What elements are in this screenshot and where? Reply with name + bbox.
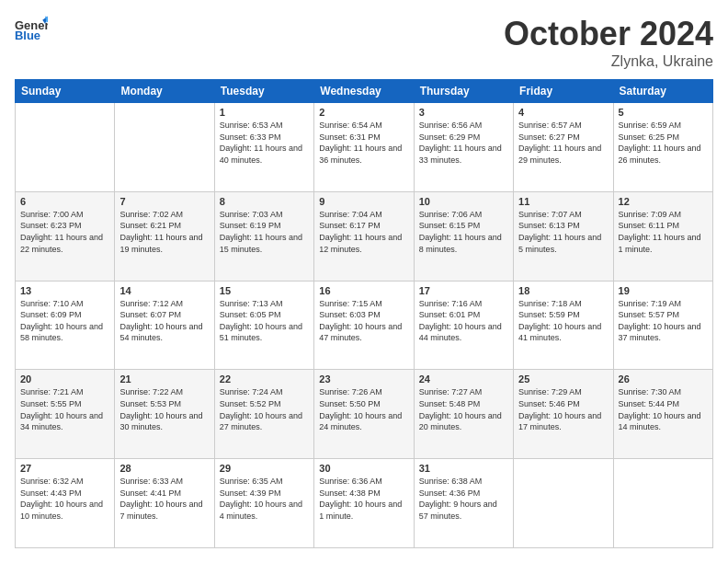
- day-number: 24: [419, 373, 508, 385]
- cell-info: Sunrise: 7:30 AMSunset: 5:44 PMDaylight:…: [619, 386, 708, 432]
- day-number: 25: [518, 373, 608, 385]
- calendar-cell: 8Sunrise: 7:03 AMSunset: 6:19 PMDaylight…: [214, 191, 313, 281]
- calendar-cell: 10Sunrise: 7:06 AMSunset: 6:15 PMDayligh…: [414, 191, 513, 281]
- calendar-cell: 6Sunrise: 7:00 AMSunset: 6:23 PMDaylight…: [16, 191, 115, 281]
- day-number: 5: [619, 107, 708, 118]
- day-number: 4: [518, 107, 608, 118]
- calendar-cell: 23Sunrise: 7:26 AMSunset: 5:50 PMDayligh…: [314, 370, 414, 459]
- week-row-3: 20Sunrise: 7:21 AMSunset: 5:55 PMDayligh…: [16, 370, 713, 459]
- week-row-1: 6Sunrise: 7:00 AMSunset: 6:23 PMDaylight…: [16, 191, 713, 281]
- calendar-cell: 11Sunrise: 7:07 AMSunset: 6:13 PMDayligh…: [514, 191, 613, 281]
- day-number: 1: [220, 107, 309, 118]
- page: General Blue October 2024 Zlynka, Ukrain…: [0, 0, 728, 563]
- calendar-cell: 26Sunrise: 7:30 AMSunset: 5:44 PMDayligh…: [613, 370, 712, 459]
- calendar-cell: 14Sunrise: 7:12 AMSunset: 6:07 PMDayligh…: [115, 281, 214, 370]
- cell-info: Sunrise: 7:16 AMSunset: 6:01 PMDaylight:…: [419, 298, 508, 344]
- cell-info: Sunrise: 6:32 AMSunset: 4:43 PMDaylight:…: [20, 476, 109, 522]
- cell-info: Sunrise: 7:04 AMSunset: 6:17 PMDaylight:…: [319, 209, 408, 255]
- cell-info: Sunrise: 6:33 AMSunset: 4:41 PMDaylight:…: [119, 476, 209, 522]
- cell-info: Sunrise: 7:06 AMSunset: 6:15 PMDaylight:…: [419, 209, 508, 255]
- calendar-cell: 19Sunrise: 7:19 AMSunset: 5:57 PMDayligh…: [613, 281, 712, 370]
- calendar-cell: 1Sunrise: 6:53 AMSunset: 6:33 PMDaylight…: [214, 103, 313, 192]
- calendar-cell: 17Sunrise: 7:16 AMSunset: 6:01 PMDayligh…: [414, 281, 513, 370]
- cell-info: Sunrise: 7:22 AMSunset: 5:53 PMDaylight:…: [119, 386, 209, 432]
- logo-icon: General Blue: [15, 15, 48, 48]
- calendar-cell: [16, 103, 115, 192]
- header: General Blue October 2024 Zlynka, Ukrain…: [15, 15, 713, 70]
- title-block: October 2024 Zlynka, Ukraine: [504, 15, 713, 70]
- day-number: 3: [419, 107, 508, 118]
- day-header-thursday: Thursday: [414, 80, 513, 103]
- cell-info: Sunrise: 7:13 AMSunset: 6:05 PMDaylight:…: [220, 298, 309, 344]
- cell-info: Sunrise: 7:27 AMSunset: 5:48 PMDaylight:…: [419, 386, 508, 432]
- cell-info: Sunrise: 6:56 AMSunset: 6:29 PMDaylight:…: [419, 120, 508, 166]
- cell-info: Sunrise: 6:36 AMSunset: 4:38 PMDaylight:…: [319, 476, 408, 522]
- calendar-table: SundayMondayTuesdayWednesdayThursdayFrid…: [15, 79, 713, 548]
- day-header-tuesday: Tuesday: [214, 80, 313, 103]
- cell-info: Sunrise: 7:15 AMSunset: 6:03 PMDaylight:…: [319, 298, 408, 344]
- cell-info: Sunrise: 7:03 AMSunset: 6:19 PMDaylight:…: [220, 209, 309, 255]
- calendar-cell: 2Sunrise: 6:54 AMSunset: 6:31 PMDaylight…: [314, 103, 414, 192]
- day-header-monday: Monday: [115, 80, 214, 103]
- svg-text:Blue: Blue: [15, 29, 40, 42]
- day-number: 28: [119, 463, 209, 474]
- calendar-cell: 9Sunrise: 7:04 AMSunset: 6:17 PMDaylight…: [314, 191, 414, 281]
- day-header-sunday: Sunday: [16, 80, 115, 103]
- cell-info: Sunrise: 7:19 AMSunset: 5:57 PMDaylight:…: [619, 298, 708, 344]
- header-row: SundayMondayTuesdayWednesdayThursdayFrid…: [16, 80, 713, 103]
- day-header-friday: Friday: [514, 80, 613, 103]
- location-title: Zlynka, Ukraine: [504, 53, 713, 70]
- day-number: 20: [20, 373, 109, 385]
- day-number: 23: [319, 373, 408, 385]
- cell-info: Sunrise: 6:57 AMSunset: 6:27 PMDaylight:…: [518, 120, 608, 166]
- cell-info: Sunrise: 7:07 AMSunset: 6:13 PMDaylight:…: [518, 209, 608, 255]
- day-number: 7: [119, 196, 209, 207]
- cell-info: Sunrise: 7:09 AMSunset: 6:11 PMDaylight:…: [619, 209, 708, 255]
- day-number: 19: [619, 285, 708, 296]
- cell-info: Sunrise: 6:38 AMSunset: 4:36 PMDaylight:…: [419, 476, 508, 522]
- calendar-cell: 13Sunrise: 7:10 AMSunset: 6:09 PMDayligh…: [16, 281, 115, 370]
- day-number: 13: [20, 285, 109, 296]
- cell-info: Sunrise: 7:24 AMSunset: 5:52 PMDaylight:…: [220, 386, 309, 432]
- calendar-cell: [613, 459, 712, 548]
- cell-info: Sunrise: 7:21 AMSunset: 5:55 PMDaylight:…: [20, 386, 109, 432]
- cell-info: Sunrise: 7:02 AMSunset: 6:21 PMDaylight:…: [119, 209, 209, 255]
- day-number: 10: [419, 196, 508, 207]
- day-number: 11: [518, 196, 608, 207]
- day-number: 6: [20, 196, 109, 207]
- calendar-cell: 24Sunrise: 7:27 AMSunset: 5:48 PMDayligh…: [414, 370, 513, 459]
- cell-info: Sunrise: 7:29 AMSunset: 5:46 PMDaylight:…: [518, 386, 608, 432]
- day-number: 2: [319, 107, 408, 118]
- day-number: 12: [619, 196, 708, 207]
- week-row-4: 27Sunrise: 6:32 AMSunset: 4:43 PMDayligh…: [16, 459, 713, 548]
- calendar-cell: 12Sunrise: 7:09 AMSunset: 6:11 PMDayligh…: [613, 191, 712, 281]
- day-number: 16: [319, 285, 408, 296]
- calendar-cell: 15Sunrise: 7:13 AMSunset: 6:05 PMDayligh…: [214, 281, 313, 370]
- calendar-cell: 20Sunrise: 7:21 AMSunset: 5:55 PMDayligh…: [16, 370, 115, 459]
- calendar-cell: 29Sunrise: 6:35 AMSunset: 4:39 PMDayligh…: [214, 459, 313, 548]
- cell-info: Sunrise: 7:18 AMSunset: 5:59 PMDaylight:…: [518, 298, 608, 344]
- cell-info: Sunrise: 7:26 AMSunset: 5:50 PMDaylight:…: [319, 386, 408, 432]
- day-number: 15: [220, 285, 309, 296]
- calendar-cell: 21Sunrise: 7:22 AMSunset: 5:53 PMDayligh…: [115, 370, 214, 459]
- day-number: 21: [119, 373, 209, 385]
- cell-info: Sunrise: 6:59 AMSunset: 6:25 PMDaylight:…: [619, 120, 708, 166]
- week-row-2: 13Sunrise: 7:10 AMSunset: 6:09 PMDayligh…: [16, 281, 713, 370]
- cell-info: Sunrise: 7:12 AMSunset: 6:07 PMDaylight:…: [119, 298, 209, 344]
- cell-info: Sunrise: 7:00 AMSunset: 6:23 PMDaylight:…: [20, 209, 109, 255]
- day-number: 27: [20, 463, 109, 474]
- calendar-cell: 30Sunrise: 6:36 AMSunset: 4:38 PMDayligh…: [314, 459, 414, 548]
- calendar-cell: 18Sunrise: 7:18 AMSunset: 5:59 PMDayligh…: [514, 281, 613, 370]
- week-row-0: 1Sunrise: 6:53 AMSunset: 6:33 PMDaylight…: [16, 103, 713, 192]
- calendar-cell: [514, 459, 613, 548]
- day-number: 29: [220, 463, 309, 474]
- calendar-cell: 31Sunrise: 6:38 AMSunset: 4:36 PMDayligh…: [414, 459, 513, 548]
- day-number: 17: [419, 285, 508, 296]
- calendar-cell: 5Sunrise: 6:59 AMSunset: 6:25 PMDaylight…: [613, 103, 712, 192]
- day-number: 8: [220, 196, 309, 207]
- month-title: October 2024: [504, 15, 713, 53]
- calendar-cell: 27Sunrise: 6:32 AMSunset: 4:43 PMDayligh…: [16, 459, 115, 548]
- cell-info: Sunrise: 6:54 AMSunset: 6:31 PMDaylight:…: [319, 120, 408, 166]
- day-header-wednesday: Wednesday: [314, 80, 414, 103]
- calendar-cell: 3Sunrise: 6:56 AMSunset: 6:29 PMDaylight…: [414, 103, 513, 192]
